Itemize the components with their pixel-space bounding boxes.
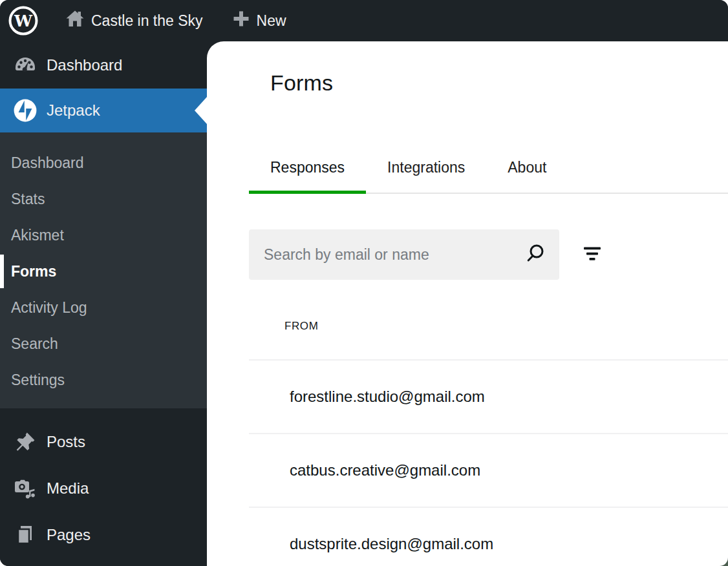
tab-label: About [508, 159, 546, 176]
submenu-label: Stats [11, 191, 45, 208]
submenu-label: Akismet [11, 227, 64, 244]
tab-label: Responses [270, 159, 345, 176]
forms-page: Forms Responses Integrations About [207, 41, 728, 566]
submenu-item-stats[interactable]: Stats [0, 181, 207, 217]
filter-icon [583, 244, 602, 266]
pushpin-icon [13, 430, 37, 454]
jetpack-submenu: Dashboard Stats Akismet Forms Activity L… [0, 132, 207, 408]
submenu-label: Dashboard [11, 154, 84, 172]
response-from-email: dustsprite.design@gmail.com [290, 535, 493, 553]
filter-button[interactable] [583, 244, 602, 266]
submenu-item-forms[interactable]: Forms [0, 253, 207, 289]
table-row[interactable]: dustsprite.design@gmail.com [249, 508, 728, 566]
page-title: Forms [270, 70, 728, 96]
response-from-email: forestline.studio@gmail.com [290, 388, 485, 406]
admin-sidebar: Dashboard Jetpack Dashboard Stats Akisme… [0, 41, 207, 566]
sidebar-item-pages[interactable]: Pages [0, 512, 207, 558]
sidebar-item-media[interactable]: Media [0, 465, 207, 512]
admin-bar: W Castle in the Sky New [0, 0, 728, 41]
submenu-label: Settings [11, 372, 65, 389]
table-header-from: FROM [249, 280, 728, 361]
sidebar-item-label: Dashboard [47, 56, 122, 74]
site-home-link[interactable]: Castle in the Sky [65, 8, 203, 33]
responses-toolbar [249, 229, 728, 280]
media-icon [13, 477, 37, 500]
submenu-item-search[interactable]: Search [0, 326, 207, 362]
submenu-item-dashboard[interactable]: Dashboard [0, 145, 207, 181]
sidebar-item-label: Pages [47, 526, 91, 544]
sidebar-item-jetpack[interactable]: Jetpack [0, 89, 207, 132]
new-content-button[interactable]: New [231, 9, 286, 32]
tab-responses[interactable]: Responses [249, 159, 366, 193]
search-input[interactable] [264, 246, 524, 264]
submenu-item-akismet[interactable]: Akismet [0, 217, 207, 253]
plus-icon [231, 9, 251, 32]
site-name: Castle in the Sky [91, 12, 203, 30]
search-box [249, 229, 559, 280]
home-icon [65, 8, 85, 33]
submenu-label: Forms [11, 263, 56, 280]
sidebar-item-label: Media [47, 479, 89, 498]
sidebar-item-dashboard[interactable]: Dashboard [0, 41, 207, 89]
gauge-icon [13, 53, 37, 78]
sidebar-item-posts[interactable]: Posts [0, 419, 207, 465]
sidebar-item-label: Jetpack [47, 101, 100, 120]
tab-integrations[interactable]: Integrations [366, 159, 486, 193]
svg-text:W: W [14, 12, 33, 30]
sidebar-item-label: Posts [47, 433, 85, 451]
sidebar-bottom-menu: Posts Media [0, 408, 207, 558]
submenu-label: Activity Log [11, 299, 87, 317]
tab-label: Integrations [387, 159, 465, 176]
search-icon[interactable] [524, 242, 546, 267]
response-from-email: catbus.creative@gmail.com [290, 461, 480, 479]
submenu-item-settings[interactable]: Settings [0, 362, 207, 398]
tab-about[interactable]: About [486, 159, 568, 193]
pages-icon [13, 523, 37, 547]
submenu-label: Search [11, 335, 58, 353]
new-label: New [257, 12, 286, 30]
wordpress-logo-icon[interactable]: W [8, 6, 38, 36]
submenu-item-activity-log[interactable]: Activity Log [0, 289, 207, 326]
jetpack-icon [13, 98, 37, 123]
wordpress-admin-screen: W Castle in the Sky New [0, 0, 728, 566]
forms-tabs: Responses Integrations About [249, 159, 728, 194]
table-row[interactable]: forestline.studio@gmail.com [249, 361, 728, 434]
table-row[interactable]: catbus.creative@gmail.com [249, 434, 728, 508]
